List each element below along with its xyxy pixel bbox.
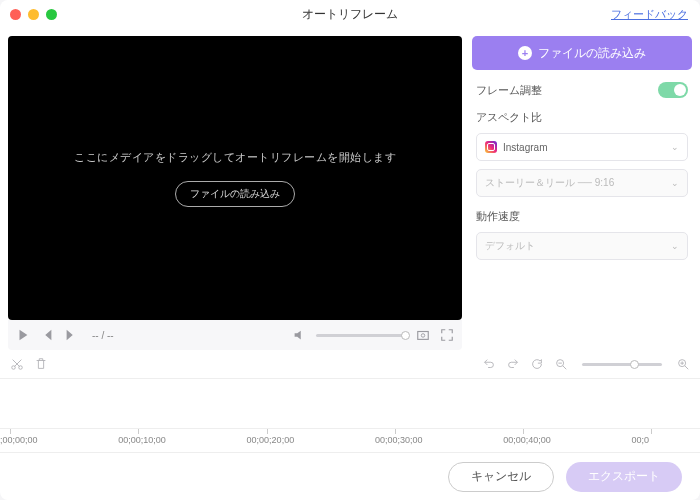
refresh-icon[interactable] xyxy=(530,357,544,371)
frame-adjust-label: フレーム調整 xyxy=(476,83,542,98)
aspect-ratio-value: Instagram xyxy=(503,142,547,153)
aspect-ratio-select[interactable]: Instagram ⌄ xyxy=(476,133,688,161)
svg-point-1 xyxy=(421,334,425,338)
import-inline-button[interactable]: ファイルの読み込み xyxy=(175,181,295,207)
zoom-in-icon[interactable] xyxy=(676,357,690,371)
footer: キャンセル エクスポート xyxy=(0,452,700,500)
aspect-ratio-label: アスペクト比 xyxy=(476,110,688,125)
snapshot-icon[interactable] xyxy=(416,328,430,342)
zoom-out-icon[interactable] xyxy=(554,357,568,371)
time-display: -- / -- xyxy=(92,330,114,341)
volume-slider[interactable] xyxy=(316,334,406,337)
volume-icon[interactable] xyxy=(292,328,306,342)
speed-label: 動作速度 xyxy=(476,209,688,224)
chevron-down-icon: ⌄ xyxy=(671,241,679,251)
svg-rect-0 xyxy=(418,332,429,340)
prev-frame-icon[interactable] xyxy=(40,328,54,342)
chevron-down-icon: ⌄ xyxy=(671,178,679,188)
export-button[interactable]: エクスポート xyxy=(566,462,682,492)
frame-adjust-toggle[interactable] xyxy=(658,82,688,98)
speed-select[interactable]: デフォルト ⌄ xyxy=(476,232,688,260)
cancel-button[interactable]: キャンセル xyxy=(448,462,554,492)
drop-hint: ここにメデイアをドラッグしてオートリフレームを開始します xyxy=(74,150,396,165)
import-file-label: ファイルの読み込み xyxy=(538,45,646,62)
instagram-icon xyxy=(485,141,497,153)
redo-icon[interactable] xyxy=(506,357,520,371)
window-title: オートリフレーム xyxy=(0,6,700,23)
delete-icon[interactable] xyxy=(34,357,48,371)
import-file-button[interactable]: + ファイルの読み込み xyxy=(472,36,692,70)
drop-zone[interactable]: ここにメデイアをドラッグしてオートリフレームを開始します ファイルの読み込み xyxy=(8,36,462,320)
cut-icon[interactable] xyxy=(10,357,24,371)
next-frame-icon[interactable] xyxy=(64,328,78,342)
timeline-toolbar xyxy=(0,350,700,378)
titlebar: オートリフレーム フィードバック xyxy=(0,0,700,28)
playback-controls: -- / -- xyxy=(8,320,462,350)
content-area: ここにメデイアをドラッグしてオートリフレームを開始します ファイルの読み込み -… xyxy=(0,28,700,350)
aspect-preset-value: ストーリー＆リール ── 9:16 xyxy=(485,176,614,190)
chevron-down-icon: ⌄ xyxy=(671,142,679,152)
preview-pane: ここにメデイアをドラッグしてオートリフレームを開始します ファイルの読み込み -… xyxy=(8,36,462,350)
settings-panel: + ファイルの読み込み フレーム調整 アスペクト比 Instagram ⌄ スト… xyxy=(472,36,692,350)
play-icon[interactable] xyxy=(16,328,30,342)
aspect-preset-select[interactable]: ストーリー＆リール ── 9:16 ⌄ xyxy=(476,169,688,197)
speed-value: デフォルト xyxy=(485,239,535,253)
feedback-link[interactable]: フィードバック xyxy=(611,7,688,22)
ruler-tick: 00;0 xyxy=(651,429,689,452)
time-ruler: 00;00;00;00 00;00;10;00 00;00;20;00 00;0… xyxy=(0,428,700,452)
undo-icon[interactable] xyxy=(482,357,496,371)
fullscreen-icon[interactable] xyxy=(440,328,454,342)
zoom-slider[interactable] xyxy=(582,363,662,366)
auto-reframe-window: オートリフレーム フィードバック ここにメデイアをドラッグしてオートリフレームを… xyxy=(0,0,700,500)
timeline-track[interactable] xyxy=(0,378,700,428)
plus-icon: + xyxy=(518,46,532,60)
